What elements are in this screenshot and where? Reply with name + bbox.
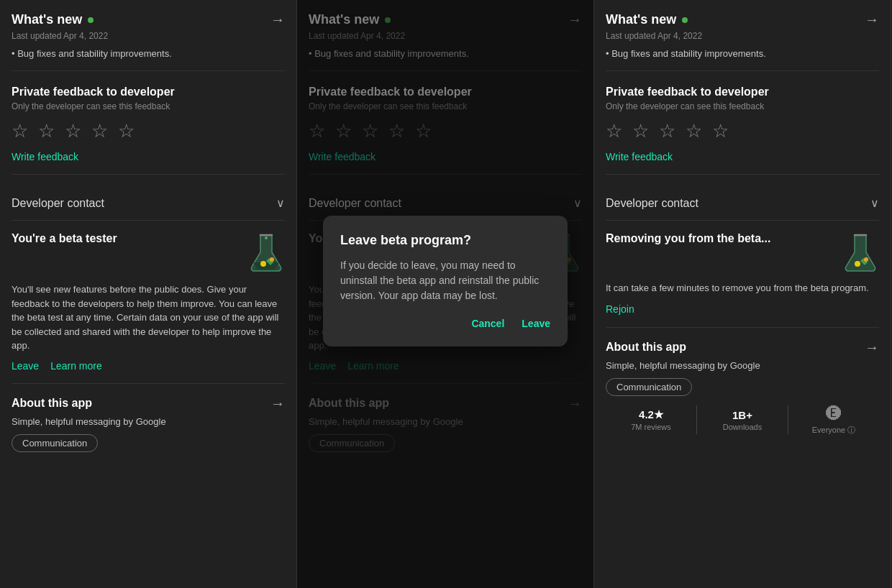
star-4[interactable]: ☆: [91, 120, 108, 142]
about-arrow-icon-3[interactable]: →: [865, 339, 879, 356]
dialog-actions: Cancel Leave: [340, 318, 550, 329]
removing-header: Removing you from the beta...: [606, 232, 879, 275]
about-arrow-icon[interactable]: →: [270, 395, 285, 412]
beta-header: You're a beta tester: [12, 232, 285, 275]
panel-2: What's new → Last updated Apr 4, 2022 • …: [297, 0, 594, 588]
whats-new-title: What's new: [12, 12, 82, 27]
dialog-leave-button[interactable]: Leave: [522, 318, 550, 329]
panel-3: What's new → Last updated Apr 4, 2022 • …: [594, 0, 891, 588]
whats-new-title-row-3: What's new: [606, 12, 688, 27]
bug-fixes-text-3: • Bug fixes and stability improvements.: [606, 48, 879, 59]
star-5-3[interactable]: ☆: [712, 120, 729, 142]
removing-text: It can take a few minutes to remove you …: [606, 281, 879, 295]
removing-beta-section: Removing you from the beta... It can tak…: [606, 232, 879, 328]
about-app-section-3: About this app → Simple, helpful messagi…: [606, 339, 879, 436]
arrow-right-icon-3[interactable]: →: [865, 12, 879, 28]
whats-new-title-3: What's new: [606, 12, 676, 27]
removing-title: Removing you from the beta...: [606, 232, 842, 245]
about-header-3: About this app →: [606, 339, 879, 356]
last-updated-text: Last updated Apr 4, 2022: [12, 31, 285, 41]
panel-1: What's new → Last updated Apr 4, 2022 • …: [0, 0, 297, 588]
rating-stat: 4.2★ 7M reviews: [606, 408, 696, 431]
chevron-down-icon: ∨: [276, 196, 285, 210]
developer-contact-section-3[interactable]: Developer contact ∨: [606, 186, 879, 221]
svg-point-8: [864, 257, 868, 262]
svg-point-0: [260, 261, 266, 267]
bug-fixes-text: • Bug fixes and stability improvements.: [12, 48, 285, 59]
feedback-title: Private feedback to developer: [12, 86, 285, 98]
communication-tag[interactable]: Communication: [12, 434, 98, 452]
star-2[interactable]: ☆: [38, 120, 55, 142]
svg-point-1: [270, 257, 274, 262]
downloads-stat: 1B+ Downloads: [697, 409, 788, 431]
svg-point-7: [855, 261, 860, 267]
private-feedback-section-3: Private feedback to developer Only the d…: [606, 86, 879, 175]
star-4-3[interactable]: ☆: [686, 120, 702, 142]
beta-tester-section: You're a beta tester You'll see new feat…: [12, 232, 285, 384]
rejoin-button[interactable]: Rejoin: [606, 303, 634, 315]
dialog-cancel-button[interactable]: Cancel: [471, 318, 504, 329]
star-3-3[interactable]: ☆: [659, 120, 675, 142]
stars-row: ☆ ☆ ☆ ☆ ☆: [12, 120, 285, 142]
downloads-value: 1B+: [697, 409, 788, 421]
leave-beta-dialog: Leave beta program? If you decide to lea…: [323, 216, 568, 346]
about-title-3: About this app: [606, 341, 686, 354]
dialog-title: Leave beta program?: [340, 233, 550, 248]
beta-text: You'll see new features before the publi…: [12, 282, 285, 353]
star-1-3[interactable]: ☆: [606, 120, 622, 142]
whats-new-section-3: What's new → Last updated Apr 4, 2022 • …: [606, 12, 879, 71]
write-feedback-button-3[interactable]: Write feedback: [606, 151, 879, 162]
content-rating-stat: 🅔 Everyone ⓘ: [788, 405, 879, 436]
star-5[interactable]: ☆: [118, 120, 135, 142]
last-updated-text-3: Last updated Apr 4, 2022: [606, 31, 879, 41]
flask-icon: [247, 232, 285, 275]
whats-new-header-3: What's new →: [606, 12, 879, 28]
green-dot-icon-3: [682, 17, 688, 23]
about-app-section: About this app → Simple, helpful messagi…: [12, 395, 285, 452]
write-feedback-button[interactable]: Write feedback: [12, 151, 285, 162]
communication-tag-3[interactable]: Communication: [606, 378, 692, 396]
whats-new-section: What's new → Last updated Apr 4, 2022 • …: [12, 12, 285, 71]
beta-links: Leave Learn more: [12, 360, 285, 372]
stats-row: 4.2★ 7M reviews 1B+ Downloads 🅔 Everyone…: [606, 405, 879, 436]
whats-new-title-row: What's new: [12, 12, 94, 27]
whats-new-header: What's new →: [12, 12, 285, 28]
star-2-3[interactable]: ☆: [632, 120, 649, 142]
private-feedback-section: Private feedback to developer Only the d…: [12, 86, 285, 175]
feedback-subtitle-3: Only the developer can see this feedback: [606, 101, 879, 111]
dialog-body: If you decide to leave, you may need to …: [340, 258, 550, 303]
developer-contact-section[interactable]: Developer contact ∨: [12, 186, 285, 221]
leave-button[interactable]: Leave: [12, 360, 39, 372]
stars-row-3: ☆ ☆ ☆ ☆ ☆: [606, 120, 879, 142]
content-rating-label: Everyone ⓘ: [788, 425, 879, 436]
about-description: Simple, helpful messaging by Google: [12, 416, 285, 427]
dialog-overlay: Leave beta program? If you decide to lea…: [297, 0, 593, 588]
flask-icon-3: [842, 232, 879, 275]
rating-label: 7M reviews: [606, 423, 696, 431]
star-3[interactable]: ☆: [65, 120, 81, 142]
about-description-3: Simple, helpful messaging by Google: [606, 360, 879, 371]
svg-point-3: [265, 236, 268, 239]
beta-title-area: You're a beta tester: [12, 232, 247, 245]
beta-title: You're a beta tester: [12, 232, 247, 245]
feedback-title-3: Private feedback to developer: [606, 86, 879, 98]
feedback-subtitle: Only the developer can see this feedback: [12, 101, 285, 111]
arrow-right-icon[interactable]: →: [270, 12, 285, 28]
learn-more-button[interactable]: Learn more: [50, 360, 102, 372]
developer-contact-title-3: Developer contact: [606, 197, 698, 210]
content-rating-icon: 🅔: [788, 405, 879, 423]
green-dot-icon: [88, 17, 94, 23]
rating-value: 4.2★: [606, 408, 696, 421]
developer-contact-title: Developer contact: [12, 197, 104, 210]
chevron-down-icon-3: ∨: [870, 196, 879, 210]
about-title: About this app: [12, 397, 92, 410]
downloads-label: Downloads: [697, 423, 788, 431]
star-1[interactable]: ☆: [12, 120, 28, 142]
about-header: About this app →: [12, 395, 285, 412]
